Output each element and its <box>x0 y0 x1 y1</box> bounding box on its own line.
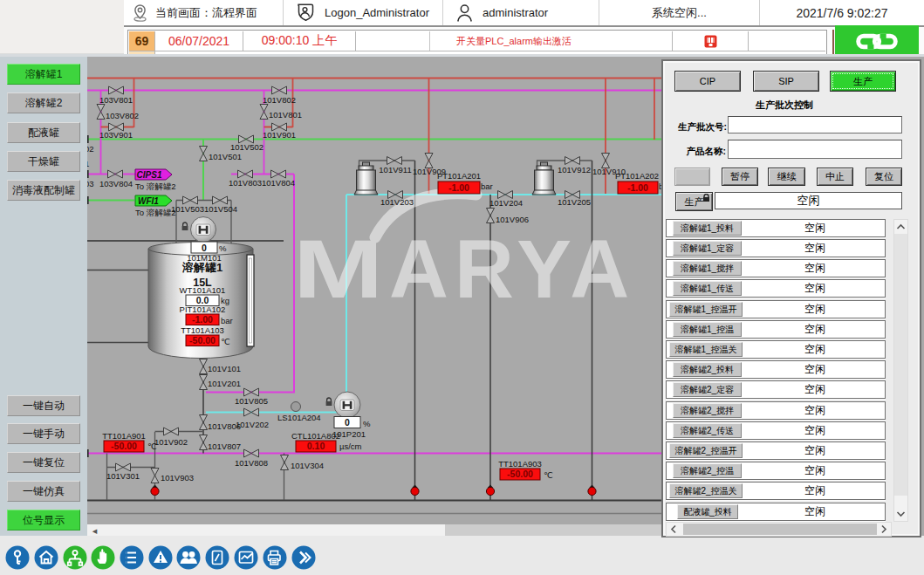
svg-text:TT101A903: TT101A903 <box>498 459 542 469</box>
svg-text:101V304: 101V304 <box>291 461 324 470</box>
svg-text:103V802: 103V802 <box>106 111 139 120</box>
svg-text:CTL101A802: CTL101A802 <box>291 431 340 441</box>
svg-text:101V902: 101V902 <box>154 437 188 447</box>
svg-text:%: % <box>363 419 371 428</box>
svg-text:PIT101A102: PIT101A102 <box>180 305 226 314</box>
svg-text:-1.00: -1.00 <box>448 182 469 193</box>
svg-text:03: 03 <box>87 179 94 188</box>
svg-text:101V807: 101V807 <box>208 442 241 451</box>
svg-text:101V803: 101V803 <box>229 178 262 188</box>
svg-text:PT101A201: PT101A201 <box>437 171 481 181</box>
svg-text:101V912: 101V912 <box>558 165 591 175</box>
svg-text:℃: ℃ <box>221 337 230 346</box>
svg-text:101V804: 101V804 <box>262 178 295 188</box>
svg-text:101V501: 101V501 <box>209 152 242 161</box>
svg-text:101V503101V504: 101V503101V504 <box>171 204 237 214</box>
svg-text:℃: ℃ <box>544 470 553 480</box>
svg-text:-1.00: -1.00 <box>627 182 648 193</box>
svg-text:101V101: 101V101 <box>208 364 241 373</box>
svg-text:101V808: 101V808 <box>235 458 268 468</box>
svg-text:CIPS1: CIPS1 <box>137 170 162 180</box>
svg-text:℃: ℃ <box>147 442 157 451</box>
svg-text:-50.00: -50.00 <box>111 441 137 451</box>
svg-text:-50.00: -50.00 <box>507 469 533 479</box>
svg-text:101V911: 101V911 <box>379 165 411 175</box>
svg-text:101V502: 101V502 <box>230 142 264 152</box>
svg-text:bar: bar <box>481 181 493 191</box>
svg-text:0.10: 0.10 <box>307 441 325 451</box>
svg-text:101V801: 101V801 <box>269 110 302 120</box>
svg-text:-1.00: -1.00 <box>192 314 213 325</box>
svg-text:溶解罐1: 溶解罐1 <box>181 261 222 274</box>
svg-text:101V806: 101V806 <box>208 421 241 431</box>
svg-text:TT101A103: TT101A103 <box>181 325 224 335</box>
svg-text:101V903: 101V903 <box>161 473 194 483</box>
svg-text:-50.00: -50.00 <box>189 335 216 346</box>
svg-text:101M101: 101M101 <box>187 253 222 263</box>
svg-text:103V804: 103V804 <box>99 179 133 188</box>
svg-text:To 溶解罐2: To 溶解罐2 <box>135 208 175 217</box>
svg-text:02: 02 <box>87 144 94 154</box>
svg-text:101V204: 101V204 <box>489 198 523 208</box>
svg-text:0: 0 <box>202 243 207 253</box>
svg-text:WT101A101: WT101A101 <box>180 285 226 295</box>
svg-text:TT101A901: TT101A901 <box>102 431 146 441</box>
svg-text:PT101A202: PT101A202 <box>615 171 659 181</box>
svg-text:101V203: 101V203 <box>380 197 414 207</box>
svg-text:To 溶解罐2: To 溶解罐2 <box>135 181 175 191</box>
svg-text:101V201: 101V201 <box>208 379 241 388</box>
svg-text:bar: bar <box>221 316 233 325</box>
svg-text:101V901: 101V901 <box>263 130 296 140</box>
svg-text:µs/cm: µs/cm <box>339 442 362 451</box>
svg-text:101V906: 101V906 <box>496 215 529 224</box>
svg-text:LS101A204: LS101A204 <box>277 413 321 422</box>
svg-text:ARYA: ARYA <box>389 223 635 315</box>
svg-text:0: 0 <box>345 417 350 428</box>
svg-text:103V901: 103V901 <box>99 130 133 140</box>
svg-text:%: % <box>219 243 227 253</box>
svg-text:101V802: 101V802 <box>263 95 296 105</box>
svg-text:101V805: 101V805 <box>235 396 268 406</box>
svg-text:1: 1 <box>87 159 89 168</box>
svg-text:101V205: 101V205 <box>558 197 591 207</box>
svg-text:WFI1: WFI1 <box>138 196 159 206</box>
svg-text:103V801: 103V801 <box>99 95 133 105</box>
svg-text:101V301: 101V301 <box>106 471 140 481</box>
